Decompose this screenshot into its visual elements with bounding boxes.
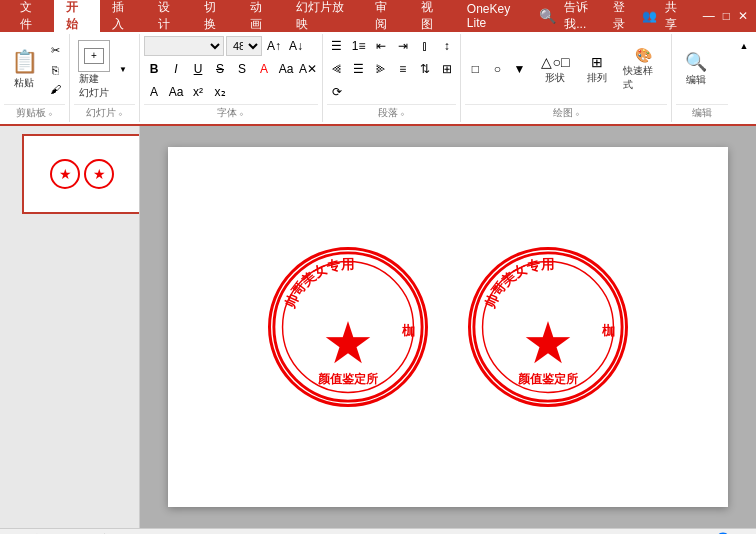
italic-btn[interactable]: I <box>166 59 186 79</box>
svg-text:枷: 枷 <box>401 323 415 338</box>
align-right-btn[interactable]: ⫸ <box>371 59 391 79</box>
paste-icon: 📋 <box>11 49 38 75</box>
search-icon: 🔍 <box>539 8 556 24</box>
subscript-btn[interactable]: x₂ <box>210 82 230 102</box>
tab-animation[interactable]: 动画 <box>238 0 284 32</box>
shape-oval-btn[interactable]: ○ <box>487 59 507 79</box>
editing-button[interactable]: 🔍 编辑 <box>676 50 716 90</box>
font-row-3: A Aa x² x₂ <box>144 82 230 102</box>
stamp-1[interactable]: 帅哥美女专用 枷 ★ 颜值鉴定所 <box>268 247 428 407</box>
cut-button[interactable]: ✂ <box>46 42 64 60</box>
shape-more-btn[interactable]: ▼ <box>509 59 529 79</box>
shapes-icon: △○□ <box>541 54 569 71</box>
drawing-expand-icon[interactable]: ⬦ <box>575 109 580 118</box>
stamp-2[interactable]: 帅哥美女专用 枷 ★ 颜值鉴定所 <box>468 247 628 407</box>
slide-panel: 1 ★ ★ <box>0 126 140 528</box>
text-dir-btn[interactable]: ⇅ <box>415 59 435 79</box>
align-center-btn[interactable]: ☰ <box>349 59 369 79</box>
tab-file[interactable]: 文件 <box>8 0 54 32</box>
status-bar: 幻灯片 1/1 Office主题 73% <box>0 528 756 534</box>
font-expand-icon[interactable]: ⬦ <box>239 109 244 118</box>
editing-icon: 🔍 <box>685 52 707 74</box>
align-left-btn[interactable]: ⫷ <box>327 59 347 79</box>
slide-thumbnail[interactable]: ★ ★ <box>22 134 140 214</box>
font-name-select[interactable] <box>144 36 224 56</box>
shape-rect-btn[interactable]: □ <box>465 59 485 79</box>
bold-btn[interactable]: B <box>144 59 164 79</box>
para-expand-icon[interactable]: ⬦ <box>400 109 405 118</box>
title-bar: 文件 开始 插入 设计 切换 动画 幻灯片放映 审阅 视图 OneKey Lit… <box>0 0 756 32</box>
tab-review[interactable]: 审阅 <box>363 0 409 32</box>
linespacing-btn[interactable]: ↕ <box>437 36 457 56</box>
col-btn[interactable]: ⫿ <box>415 36 435 56</box>
numbering-btn[interactable]: 1≡ <box>349 36 369 56</box>
font-size-aa-btn[interactable]: Aa <box>276 59 296 79</box>
svg-text:颜值鉴定所: 颜值鉴定所 <box>317 372 379 385</box>
login-btn[interactable]: 登录 <box>613 0 634 33</box>
superscript-btn[interactable]: x² <box>188 82 208 102</box>
arrange-label: 排列 <box>587 71 607 85</box>
format-painter-button[interactable]: 🖌 <box>46 80 64 98</box>
drawing-controls: □ ○ ▼ △○□ 形状 ⊞ 排列 🎨 快速样式 <box>465 36 667 103</box>
ribbon-body: 📋 粘贴 ✂ ⎘ 🖌 剪贴板 ⬦ + <box>0 32 756 124</box>
minimize-btn[interactable]: — <box>703 9 715 23</box>
slide-canvas[interactable]: 帅哥美女专用 枷 ★ 颜值鉴定所 <box>168 147 728 507</box>
quick-styles-button[interactable]: 🎨 快速样式 <box>619 45 667 94</box>
para-row-1: ☰ 1≡ ⇤ ⇥ ⫿ ↕ <box>327 36 457 56</box>
clipboard-buttons: 📋 粘贴 ✂ ⎘ 🖌 <box>4 36 65 103</box>
tell-me-btn[interactable]: 告诉我... <box>564 0 605 33</box>
restore-btn[interactable]: □ <box>723 9 730 23</box>
tab-design[interactable]: 设计 <box>146 0 192 32</box>
tab-home[interactable]: 开始 <box>54 0 100 32</box>
font-size2-select[interactable]: Aa <box>166 82 186 102</box>
quick-styles-label: 快速样式 <box>623 64 663 92</box>
ribbon-group-font: 48 A↑ A↓ B I U S S A Aa A✕ A Aa x² <box>140 34 323 122</box>
tab-view[interactable]: 视图 <box>409 0 455 32</box>
ribbon-group-drawing: □ ○ ▼ △○□ 形状 ⊞ 排列 🎨 快速样式 <box>461 34 672 122</box>
font-color-btn[interactable]: A <box>254 59 274 79</box>
thumb-stamp-2: ★ <box>84 159 114 189</box>
slide-expand-icon[interactable]: ⬦ <box>118 109 123 118</box>
font-row-2: B I U S S A Aa A✕ <box>144 59 318 79</box>
tab-slideshow[interactable]: 幻灯片放映 <box>284 0 363 32</box>
font-color2-btn[interactable]: A <box>144 82 164 102</box>
main-area: 1 ★ ★ <box>0 126 756 528</box>
shadow-btn[interactable]: S <box>232 59 252 79</box>
increase-font-btn[interactable]: A↑ <box>264 36 284 56</box>
tab-insert[interactable]: 插入 <box>100 0 146 32</box>
new-slide-button[interactable]: + 新建幻灯片 <box>74 38 114 102</box>
collapse-ribbon-btn[interactable]: ▲ <box>734 36 754 56</box>
canvas-area: 帅哥美女专用 枷 ★ 颜值鉴定所 <box>140 126 756 528</box>
bullet-btn[interactable]: ☰ <box>327 36 347 56</box>
text-align-btn[interactable]: ⊞ <box>437 59 457 79</box>
close-btn[interactable]: ✕ <box>738 9 748 23</box>
slide-layout-btn[interactable]: ▼ <box>116 54 130 86</box>
shapes-button[interactable]: △○□ 形状 <box>535 52 575 87</box>
share-btn[interactable]: 共享 <box>665 0 686 33</box>
tab-onekey[interactable]: OneKey Lite <box>455 0 539 32</box>
paragraph-label: 段落 ⬦ <box>327 104 457 120</box>
shapes-label: 形状 <box>545 71 565 85</box>
svg-text:帅哥美女专用: 帅哥美女专用 <box>482 257 554 310</box>
thumb-stamp-1: ★ <box>50 159 80 189</box>
slide-thumb-content: ★ ★ <box>50 159 114 189</box>
clear-format-btn[interactable]: A✕ <box>298 59 318 79</box>
underline-btn[interactable]: U <box>188 59 208 79</box>
paste-button[interactable]: 📋 粘贴 <box>4 47 44 91</box>
justify-btn[interactable]: ≡ <box>393 59 413 79</box>
decrease-font-btn[interactable]: A↓ <box>286 36 306 56</box>
tab-transition[interactable]: 切换 <box>192 0 238 32</box>
arrange-icon: ⊞ <box>591 54 603 71</box>
arrange-button[interactable]: ⊞ 排列 <box>577 52 617 87</box>
increase-indent-btn[interactable]: ⇥ <box>393 36 413 56</box>
svg-text:颜值鉴定所: 颜值鉴定所 <box>517 372 579 385</box>
clipboard-expand-icon[interactable]: ⬦ <box>48 109 53 118</box>
svg-text:帅哥美女专用: 帅哥美女专用 <box>282 257 354 310</box>
strikethrough-btn[interactable]: S <box>210 59 230 79</box>
font-size-select[interactable]: 48 <box>226 36 262 56</box>
copy-button[interactable]: ⎘ <box>46 61 64 79</box>
decrease-indent-btn[interactable]: ⇤ <box>371 36 391 56</box>
font-row-1: 48 A↑ A↓ <box>144 36 306 56</box>
convert-smartart-btn[interactable]: ⟳ <box>327 82 347 102</box>
font-controls: 48 A↑ A↓ B I U S S A Aa A✕ A Aa x² <box>144 36 318 103</box>
